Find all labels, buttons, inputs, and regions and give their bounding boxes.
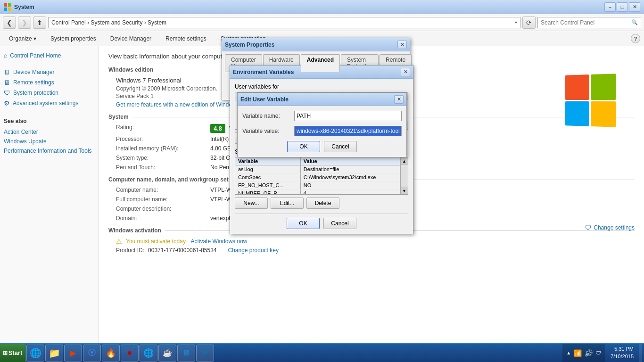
opera-icon: ● — [127, 348, 132, 358]
edit-var-dialog: Edit User Variable ✕ Variable name: Vari… — [237, 92, 407, 157]
edit-var-title: Edit User Variable — [240, 96, 394, 103]
edit-var-buttons: OK Cancel — [242, 141, 402, 152]
var-value-row: Variable value: — [242, 126, 402, 136]
env-vars-ok-cancel: OK Cancel — [235, 214, 408, 229]
sys-var-row-3[interactable]: FP_NO_HOST_C... NO — [235, 181, 400, 189]
taskbar-flag[interactable]: ⚑ — [196, 345, 214, 362]
taskbar-right: ▲ 📶 🔊 🛡 5:31 PM 7/10/2015 — [562, 344, 644, 362]
taskbar-java[interactable]: ☕ — [158, 345, 176, 362]
sys-props-title: System Properties — [225, 41, 397, 48]
sys-new-button[interactable]: New... — [235, 197, 268, 209]
taskbar-network[interactable]: 🌐 — [140, 345, 157, 362]
volume-tray-icon[interactable]: 🔊 — [585, 349, 593, 357]
env-vars-close[interactable]: ✕ — [401, 68, 410, 76]
tab-advanced[interactable]: Advanced — [301, 54, 340, 72]
sys-var-name-4: NUMBER_OF_P... — [235, 189, 300, 195]
show-desktop-button[interactable] — [639, 344, 642, 362]
var-value-input[interactable] — [294, 126, 402, 136]
system-vars-buttons: New... Edit... Delete — [235, 197, 408, 209]
sys-delete-button[interactable]: Delete — [306, 197, 339, 209]
security-tray-icon[interactable]: 🛡 — [595, 350, 601, 356]
sys-val-col: Value — [300, 157, 400, 165]
system-vars-scrollbar: ▲ ▼ — [400, 157, 408, 194]
sys-props-close[interactable]: ✕ — [397, 41, 407, 49]
ie-icon: 🌐 — [30, 347, 41, 359]
java-icon: ☕ — [163, 348, 172, 357]
edit-var-ok-button[interactable]: OK — [287, 141, 320, 152]
sys-var-val-2: C:\Windows\system32\cmd.exe — [300, 173, 400, 181]
tray-expand[interactable]: ▲ — [566, 350, 571, 355]
edit-var-titlebar: Edit User Variable ✕ — [238, 93, 406, 106]
sys-var-col: Variable — [235, 157, 300, 165]
sys-var-row-1[interactable]: asl.log Destination=file — [235, 165, 400, 173]
edit-var-content: Variable name: Variable value: OK Cancel — [238, 106, 406, 157]
sys-var-name-2: ComSpec — [235, 173, 300, 181]
user-vars-label: User variables for — [235, 83, 408, 90]
taskbar: ⊞ Start 🌐 📁 ▶ ⦿ 🔥 ● 🌐 ☕ 🖥 ⚑ — [0, 343, 644, 362]
sys-var-row-4[interactable]: NUMBER_OF_P... 4 — [235, 189, 400, 195]
taskbar-explorer[interactable]: 📁 — [45, 345, 63, 362]
sys-scroll-up[interactable]: ▲ — [401, 157, 408, 165]
taskbar-opera[interactable]: ● — [121, 345, 139, 362]
sys-props-titlebar: System Properties ✕ — [222, 38, 410, 51]
var-name-label: Variable name: — [242, 113, 294, 119]
env-vars-ok-button[interactable]: OK — [287, 218, 320, 229]
firefox-icon: 🔥 — [106, 348, 116, 358]
system-clock[interactable]: 5:31 PM 7/10/2015 — [607, 346, 637, 360]
start-label: Start — [8, 349, 23, 356]
clock-time: 5:31 PM — [611, 346, 634, 353]
system-tray: ▲ 📶 🔊 🛡 — [562, 344, 605, 362]
taskbar-chrome[interactable]: ⦿ — [83, 345, 101, 362]
taskbar-ie[interactable]: 🌐 — [26, 345, 44, 362]
sys-var-val-3: NO — [300, 181, 400, 189]
taskbar-media[interactable]: ▶ — [64, 345, 82, 362]
env-vars-cancel-button[interactable]: Cancel — [323, 218, 356, 229]
sys-var-name-1: asl.log — [235, 165, 300, 173]
taskbar-firefox[interactable]: 🔥 — [102, 345, 120, 362]
media-icon: ▶ — [70, 348, 76, 358]
var-value-label: Variable value: — [242, 128, 294, 134]
system-vars-table: Variable Value asl.log Destination=file … — [235, 157, 408, 195]
explorer-icon: 📁 — [49, 347, 60, 359]
sys-scroll-down[interactable]: ▼ — [401, 187, 408, 194]
sys-edit-button[interactable]: Edit... — [271, 197, 304, 209]
system-vars-list: Variable Value asl.log Destination=file … — [235, 157, 400, 194]
chrome-icon: ⦿ — [88, 348, 96, 358]
var-name-row: Variable name: — [242, 111, 402, 121]
sys-var-val-1: Destination=file — [300, 165, 400, 173]
start-icon: ⊞ — [3, 350, 8, 356]
network-icon: 🌐 — [143, 348, 154, 358]
network-tray-icon[interactable]: 📶 — [574, 349, 582, 357]
remote-desktop-icon: 🖥 — [182, 349, 190, 357]
clock-date: 7/10/2015 — [611, 353, 634, 360]
flag-icon: ⚑ — [202, 348, 208, 357]
sys-var-name-3: FP_NO_HOST_C... — [235, 181, 300, 189]
edit-var-cancel-button[interactable]: Cancel — [324, 141, 357, 152]
dialog-overlay: System Properties ✕ Computer Name Hardwa… — [0, 0, 644, 362]
var-name-input[interactable] — [294, 111, 402, 121]
taskbar-remote[interactable]: 🖥 — [177, 345, 195, 362]
pinned-taskbar-items: 🌐 📁 ▶ ⦿ 🔥 ● 🌐 ☕ 🖥 ⚑ — [25, 344, 215, 362]
edit-var-close[interactable]: ✕ — [394, 95, 404, 104]
sys-var-row-2[interactable]: ComSpec C:\Windows\system32\cmd.exe — [235, 173, 400, 181]
sys-var-val-4: 4 — [300, 189, 400, 195]
start-button[interactable]: ⊞ Start — [0, 344, 25, 362]
